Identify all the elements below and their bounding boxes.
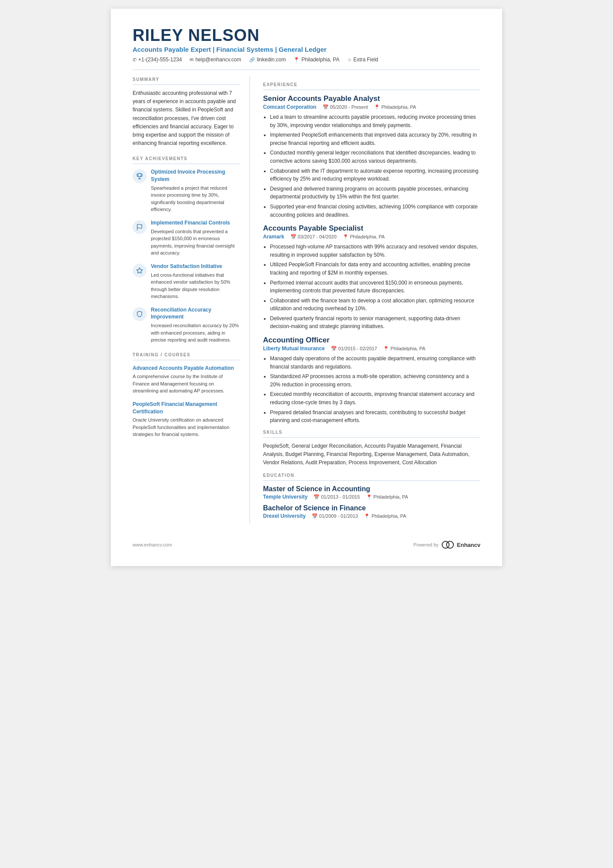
pin-icon: 📍	[374, 104, 380, 110]
training-label: TRAINING / COURSES	[133, 352, 240, 357]
achievement-item: Optimized Invoice Processing System Spea…	[133, 168, 240, 213]
job-meta: Comcast Corporation 📅05/2020 - Present 📍…	[263, 104, 480, 110]
powered-by-text: Powered by	[413, 542, 439, 547]
bullet-item: Collaborated with the finance team to de…	[270, 297, 480, 313]
education-container: Master of Science in Accounting Temple U…	[263, 485, 480, 519]
achievements-divider	[133, 164, 240, 164]
footer-brand: Powered by Enhancv	[413, 541, 480, 549]
skills-text: PeopleSoft, General Ledger Reconciliatio…	[263, 442, 480, 467]
header-section: RILEY NELSON Accounts Payable Expert | F…	[133, 26, 480, 63]
bullet-item: Supported year-end financial closing act…	[270, 203, 480, 219]
bullet-item: Processed high-volume AP transactions wi…	[270, 243, 480, 259]
achievement-desc: Spearheaded a project that reduced invoi…	[151, 184, 240, 213]
job-title: Senior Accounts Payable Analyst	[263, 94, 480, 103]
skills-label: SKILLS	[263, 430, 480, 435]
job-bullets: Led a team to streamline accounts payabl…	[263, 113, 480, 219]
achievement-title: Implemented Financial Controls	[151, 219, 240, 227]
job-location: 📍Philadelphia, PA	[383, 346, 425, 352]
bullet-item: Executed monthly reconciliation of accou…	[270, 390, 480, 406]
job-entry: Accounting Officer Liberty Mutual Insura…	[263, 336, 480, 425]
experience-label: EXPERIENCE	[263, 82, 480, 87]
bullet-item: Implemented PeopleSoft enhancements that…	[270, 131, 480, 147]
job-meta: Liberty Mutual Insurance 📅01/2015 - 02/2…	[263, 345, 480, 352]
training-divider	[133, 360, 240, 360]
enhancv-logo-icon	[441, 541, 454, 549]
linkedin-value: linkedin.com	[257, 57, 286, 63]
training-section: TRAINING / COURSES Advanced Accounts Pay…	[133, 352, 240, 438]
job-company: Aramark	[263, 234, 284, 240]
education-divider	[263, 480, 480, 481]
job-company: Liberty Mutual Insurance	[263, 345, 325, 352]
star-icon: ☆	[347, 57, 352, 63]
skills-divider	[263, 437, 480, 438]
job-bullets: Managed daily operations of the accounts…	[263, 355, 480, 425]
training-item: Advanced Accounts Payable Automation A c…	[133, 365, 240, 395]
job-bullets: Processed high-volume AP transactions wi…	[263, 243, 480, 331]
edu-school: Temple University	[263, 494, 307, 500]
edu-date: 📅01/2009 - 01/2013	[312, 513, 358, 519]
footer-url: www.enhancv.com	[133, 542, 172, 547]
achievement-item: Implemented Financial Controls Developed…	[133, 219, 240, 257]
candidate-tagline: Accounts Payable Expert | Financial Syst…	[133, 46, 480, 53]
edu-degree: Master of Science in Accounting	[263, 485, 480, 493]
achievement-item: Vendor Satisfaction Initiative Led cross…	[133, 263, 240, 300]
phone-icon: ✆	[133, 57, 137, 63]
contact-extra: ☆ Extra Field	[347, 57, 378, 63]
calendar-icon: 📅	[290, 234, 297, 240]
left-column: SUMMARY Enthusiastic accounting professi…	[133, 76, 250, 523]
achievement-desc: Led cross-functional initiatives that en…	[151, 271, 240, 300]
training-desc: Oracle University certification on advan…	[133, 416, 240, 438]
edu-date: 📅01/2013 - 01/2015	[313, 494, 360, 500]
training-container: Advanced Accounts Payable Automation A c…	[133, 365, 240, 438]
bullet-item: Delivered quarterly financial reports to…	[270, 315, 480, 331]
candidate-name: RILEY NELSON	[133, 26, 480, 45]
link-icon: 🔗	[249, 57, 255, 63]
bullet-item: Led a team to streamline accounts payabl…	[270, 113, 480, 129]
bullet-item: Performed internal account audits that u…	[270, 279, 480, 295]
bullet-item: Standardized AP processes across a multi…	[270, 372, 480, 389]
right-column: EXPERIENCE Senior Accounts Payable Analy…	[263, 76, 480, 523]
job-title: Accounts Payable Specialist	[263, 224, 480, 233]
training-title: Advanced Accounts Payable Automation	[133, 365, 240, 372]
experience-section: EXPERIENCE Senior Accounts Payable Analy…	[263, 82, 480, 425]
job-meta: Aramark 📅03/2017 - 04/2020 📍Philadelphia…	[263, 234, 480, 240]
achievement-desc: Increased reconciliation accuracy by 20%…	[151, 322, 240, 344]
bullet-item: Conducted monthly general ledger reconci…	[270, 149, 480, 165]
achievements-section: KEY ACHIEVEMENTS Optimized Invoice Proce…	[133, 156, 240, 343]
achievement-icon	[133, 307, 147, 321]
bullet-item: Collaborated with the IT department to a…	[270, 167, 480, 183]
achievement-title: Reconciliation Accuracy Improvement	[151, 306, 240, 321]
education-section: EDUCATION Master of Science in Accountin…	[263, 473, 480, 519]
achievements-container: Optimized Invoice Processing System Spea…	[133, 168, 240, 343]
pin-icon: 📍	[364, 513, 370, 519]
edu-location: 📍Philadelphia, PA	[364, 513, 406, 519]
job-company: Comcast Corporation	[263, 104, 316, 110]
edu-school: Drexel University	[263, 513, 306, 519]
pin-icon: 📍	[366, 494, 372, 500]
calendar-icon: 📅	[312, 513, 318, 519]
resume-page: RILEY NELSON Accounts Payable Expert | F…	[111, 9, 502, 566]
achievement-item: Reconciliation Accuracy Improvement Incr…	[133, 306, 240, 344]
email-value: help@enhancv.com	[195, 57, 241, 63]
two-col-layout: SUMMARY Enthusiastic accounting professi…	[133, 76, 480, 523]
skills-section: SKILLS PeopleSoft, General Ledger Reconc…	[263, 430, 480, 467]
edu-meta: Drexel University 📅01/2009 - 01/2013 📍Ph…	[263, 513, 480, 519]
location-icon: 📍	[293, 57, 300, 63]
bullet-item: Managed daily operations of the accounts…	[270, 355, 480, 371]
experience-container: Senior Accounts Payable Analyst Comcast …	[263, 94, 480, 425]
edu-degree: Bachelor of Science in Finance	[263, 504, 480, 512]
experience-divider	[263, 90, 480, 90]
pin-icon: 📍	[383, 346, 389, 352]
education-label: EDUCATION	[263, 473, 480, 478]
bullet-item: Prepared detailed financial analyses and…	[270, 409, 480, 425]
summary-label: SUMMARY	[133, 77, 240, 82]
training-title: PeopleSoft Financial Management Certific…	[133, 401, 240, 416]
bullet-item: Utilized PeopleSoft Financials for data …	[270, 261, 480, 277]
job-location: 📍Philadelphia, PA	[343, 234, 385, 240]
achievement-content: Vendor Satisfaction Initiative Led cross…	[151, 263, 240, 300]
contact-bar: ✆ +1-(234)-555-1234 ✉ help@enhancv.com 🔗…	[133, 57, 480, 63]
enhancv-brand-name: Enhancv	[457, 542, 480, 548]
job-date: 📅03/2017 - 04/2020	[290, 234, 336, 240]
footer-bar: www.enhancv.com Powered by Enhancv	[133, 536, 480, 549]
summary-text: Enthusiastic accounting professional wit…	[133, 89, 240, 147]
